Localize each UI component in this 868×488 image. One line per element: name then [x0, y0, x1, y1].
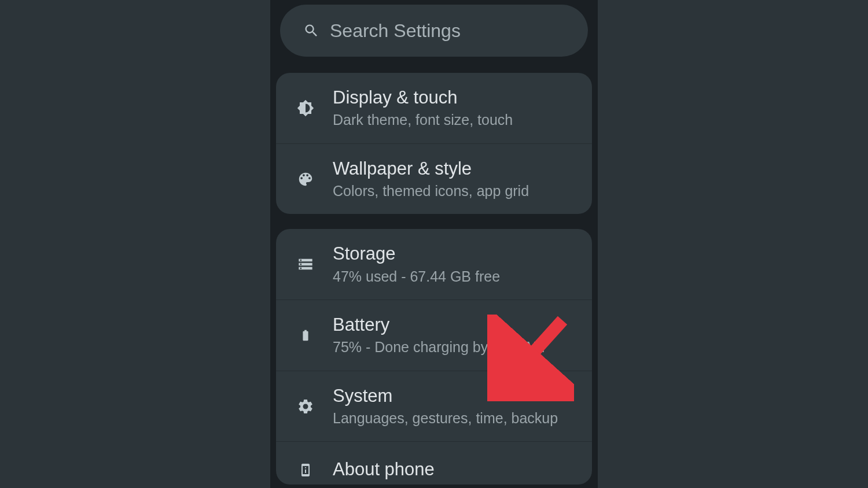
settings-item-system[interactable]: System Languages, gestures, time, backup	[276, 371, 592, 442]
settings-group-1: Display & touch Dark theme, font size, t…	[276, 73, 592, 214]
item-title: Battery	[333, 314, 573, 335]
storage-icon	[295, 253, 317, 275]
item-subtitle: Dark theme, font size, touch	[333, 110, 573, 130]
item-title: Storage	[333, 243, 573, 264]
settings-item-storage[interactable]: Storage 47% used - 67.44 GB free	[276, 229, 592, 300]
settings-item-wallpaper-style[interactable]: Wallpaper & style Colors, themed icons, …	[276, 143, 592, 215]
phone-info-icon	[295, 459, 317, 481]
item-title: About phone	[333, 459, 573, 480]
item-subtitle: 75% - Done charging by 2:12 AM	[333, 338, 573, 357]
search-settings-bar[interactable]: Search Settings	[280, 5, 588, 57]
settings-item-about-phone[interactable]: About phone	[276, 441, 592, 485]
settings-group-2: Storage 47% used - 67.44 GB free Battery…	[276, 229, 592, 485]
search-placeholder: Search Settings	[330, 20, 461, 42]
settings-item-display-touch[interactable]: Display & touch Dark theme, font size, t…	[276, 73, 592, 143]
item-subtitle: Languages, gestures, time, backup	[333, 409, 573, 428]
settings-screen: Search Settings Display & touch Dark the…	[270, 0, 598, 488]
item-title: System	[333, 385, 573, 406]
palette-icon	[295, 168, 317, 190]
item-subtitle: Colors, themed icons, app grid	[333, 182, 573, 201]
search-icon	[303, 23, 319, 39]
battery-icon	[295, 324, 317, 346]
brightness-icon	[295, 97, 317, 119]
item-title: Display & touch	[333, 87, 573, 108]
gear-icon	[295, 395, 317, 417]
item-title: Wallpaper & style	[333, 158, 573, 179]
item-subtitle: 47% used - 67.44 GB free	[333, 267, 573, 286]
settings-item-battery[interactable]: Battery 75% - Done charging by 2:12 AM	[276, 300, 592, 371]
